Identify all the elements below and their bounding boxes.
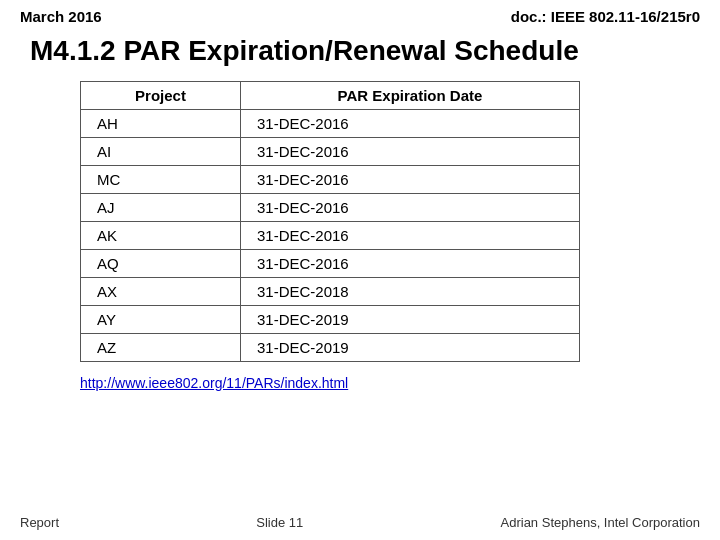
table-cell: AJ: [81, 194, 241, 222]
table-row: AH31-DEC-2016: [81, 110, 580, 138]
table-cell: AK: [81, 222, 241, 250]
table-row: AJ31-DEC-2016: [81, 194, 580, 222]
table-cell: 31-DEC-2016: [240, 138, 579, 166]
link-section: http://www.ieee802.org/11/PARs/index.htm…: [0, 362, 720, 392]
col-project: Project: [81, 82, 241, 110]
page-title: M4.1.2 PAR Expiration/Renewal Schedule: [0, 29, 720, 81]
table-cell: 31-DEC-2016: [240, 222, 579, 250]
footer-center: Slide 11: [256, 515, 303, 530]
par-link[interactable]: http://www.ieee802.org/11/PARs/index.htm…: [80, 375, 348, 391]
table-row: AZ31-DEC-2019: [81, 334, 580, 362]
footer: Report Slide 11 Adrian Stephens, Intel C…: [0, 515, 720, 530]
header-left: March 2016: [20, 8, 102, 25]
table-container: Project PAR Expiration Date AH31-DEC-201…: [0, 81, 720, 362]
footer-left: Report: [20, 515, 59, 530]
table-header-row: Project PAR Expiration Date: [81, 82, 580, 110]
table-row: AY31-DEC-2019: [81, 306, 580, 334]
table-cell: AQ: [81, 250, 241, 278]
par-schedule-table: Project PAR Expiration Date AH31-DEC-201…: [80, 81, 580, 362]
table-cell: AH: [81, 110, 241, 138]
table-row: AI31-DEC-2016: [81, 138, 580, 166]
table-cell: 31-DEC-2016: [240, 194, 579, 222]
table-row: MC31-DEC-2016: [81, 166, 580, 194]
table-cell: AX: [81, 278, 241, 306]
table-cell: 31-DEC-2018: [240, 278, 579, 306]
footer-right: Adrian Stephens, Intel Corporation: [501, 515, 700, 530]
table-cell: AY: [81, 306, 241, 334]
table-cell: 31-DEC-2019: [240, 306, 579, 334]
col-par-expiration: PAR Expiration Date: [240, 82, 579, 110]
table-row: AK31-DEC-2016: [81, 222, 580, 250]
table-cell: 31-DEC-2016: [240, 110, 579, 138]
table-cell: AZ: [81, 334, 241, 362]
table-cell: 31-DEC-2016: [240, 166, 579, 194]
table-cell: 31-DEC-2016: [240, 250, 579, 278]
table-cell: AI: [81, 138, 241, 166]
table-cell: MC: [81, 166, 241, 194]
table-row: AQ31-DEC-2016: [81, 250, 580, 278]
table-cell: 31-DEC-2019: [240, 334, 579, 362]
header: March 2016 doc.: IEEE 802.11-16/215r0: [0, 0, 720, 29]
table-row: AX31-DEC-2018: [81, 278, 580, 306]
header-right: doc.: IEEE 802.11-16/215r0: [511, 8, 700, 25]
